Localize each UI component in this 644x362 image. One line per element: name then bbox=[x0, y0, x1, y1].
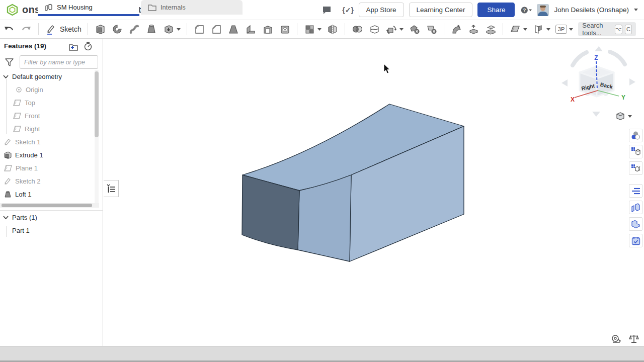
release-calendar-icon bbox=[631, 236, 640, 245]
rotate-right-arrow-icon bbox=[629, 78, 635, 85]
rib-icon[interactable] bbox=[245, 23, 257, 35]
plane-tools-icon[interactable] bbox=[509, 23, 521, 35]
extrude-icon bbox=[4, 151, 12, 159]
three-point-dropdown-icon[interactable] bbox=[569, 28, 573, 31]
loft-icon[interactable] bbox=[145, 23, 157, 35]
feature-item-origin[interactable]: Origin bbox=[0, 83, 94, 96]
shell-icon[interactable] bbox=[262, 23, 274, 35]
rotate-up-arrow-icon bbox=[595, 46, 603, 51]
part-properties-panel-button[interactable] bbox=[629, 217, 642, 231]
tab-label: Internals bbox=[160, 4, 186, 11]
plane-icon bbox=[13, 126, 21, 132]
onshape-logo-icon[interactable] bbox=[6, 4, 19, 16]
thicken-icon[interactable] bbox=[163, 23, 175, 35]
user-name[interactable]: John Desilets (Onshape) bbox=[554, 6, 629, 14]
move-face-icon[interactable] bbox=[467, 23, 479, 35]
chamfer-icon[interactable] bbox=[210, 23, 222, 35]
parts-section-header[interactable]: Parts (1) bbox=[0, 211, 94, 224]
configurations-panel-button[interactable] bbox=[629, 145, 642, 158]
tab-sm-housing[interactable]: SM Housing bbox=[38, 0, 139, 15]
delete-face-icon[interactable] bbox=[426, 23, 438, 35]
feature-item-default-geometry[interactable]: Default geometry bbox=[0, 70, 94, 83]
transform-icon[interactable] bbox=[385, 23, 397, 35]
tab-internals[interactable]: Internals bbox=[141, 0, 243, 15]
sweep-icon[interactable] bbox=[128, 23, 140, 35]
app-store-button[interactable]: App Store bbox=[359, 3, 404, 17]
rotate-down-arrow-icon bbox=[592, 112, 600, 117]
sketch-icon bbox=[4, 177, 12, 185]
learning-center-button[interactable]: Learning Center bbox=[409, 3, 473, 17]
custom-tables-panel-button[interactable] bbox=[629, 184, 642, 198]
share-button[interactable]: Share bbox=[477, 3, 515, 17]
rotate-left-arrow-icon bbox=[561, 79, 568, 86]
measure-tool-button[interactable] bbox=[611, 334, 621, 343]
plane-icon bbox=[13, 100, 21, 106]
replace-face-icon[interactable] bbox=[485, 23, 497, 35]
feature-item-plane-1[interactable]: Plane 1 bbox=[0, 161, 94, 174]
features-vertical-scrollbar[interactable] bbox=[95, 71, 99, 137]
user-avatar[interactable] bbox=[537, 4, 549, 16]
parts-list-icon bbox=[631, 203, 640, 212]
three-point-tool[interactable]: 3P bbox=[555, 25, 567, 34]
undo-icon[interactable] bbox=[3, 23, 15, 35]
user-menu-caret-icon[interactable] bbox=[634, 9, 638, 11]
plane-dropdown-icon[interactable] bbox=[523, 28, 527, 31]
search-tools[interactable]: Search tools... ⌥ C bbox=[578, 22, 636, 36]
modify-fillet-icon[interactable] bbox=[450, 23, 462, 35]
redo-icon[interactable] bbox=[20, 23, 32, 35]
filter-icon[interactable] bbox=[4, 57, 14, 67]
feature-list-handle[interactable] bbox=[104, 180, 119, 197]
view-options-caret-icon bbox=[628, 115, 632, 118]
pattern-dropdown-icon[interactable] bbox=[317, 28, 321, 31]
sketch-label[interactable]: Sketch bbox=[60, 25, 82, 33]
filter-input[interactable] bbox=[20, 55, 98, 69]
roll-cw-arrow-icon bbox=[610, 52, 625, 64]
l-part-icon bbox=[631, 220, 640, 229]
comment-icon[interactable] bbox=[321, 5, 333, 16]
parts-list-panel-button[interactable] bbox=[629, 201, 642, 214]
features-horizontal-scrollbar[interactable] bbox=[2, 204, 92, 207]
boolean-icon[interactable] bbox=[351, 23, 363, 35]
features-panel-title: Features (19) bbox=[4, 42, 46, 50]
custom-tables-icon bbox=[631, 187, 640, 195]
feature-item-sketch-1[interactable]: Sketch 1 bbox=[0, 135, 94, 148]
draft-icon[interactable] bbox=[227, 23, 239, 35]
help-icon[interactable]: ? bbox=[521, 5, 532, 16]
tab-label: SM Housing bbox=[57, 4, 93, 11]
configured-features-panel-button[interactable] bbox=[629, 161, 642, 175]
delete-part-icon[interactable] bbox=[409, 23, 421, 35]
appearance-icon bbox=[631, 131, 640, 140]
view-options-button[interactable] bbox=[616, 112, 632, 121]
appearance-panel-button[interactable] bbox=[629, 129, 642, 142]
chevron-down-icon bbox=[3, 216, 9, 219]
feature-item-right-plane[interactable]: Right bbox=[0, 122, 94, 135]
revolve-icon[interactable] bbox=[111, 23, 123, 35]
search-tools-label: Search tools... bbox=[582, 22, 612, 37]
extrude-icon[interactable] bbox=[94, 23, 106, 35]
part-item-part-1[interactable]: Part 1 bbox=[0, 224, 94, 237]
transform-dropdown-icon[interactable] bbox=[399, 28, 404, 31]
feature-item-top-plane[interactable]: Top bbox=[0, 96, 94, 109]
part-studio-icon bbox=[45, 4, 53, 12]
feature-item-front-plane[interactable]: Front bbox=[0, 109, 94, 122]
surface-tools-icon[interactable] bbox=[532, 23, 544, 35]
origin-icon bbox=[16, 86, 22, 93]
fillet-icon[interactable] bbox=[193, 23, 205, 35]
feature-item-sketch-2[interactable]: Sketch 2 bbox=[0, 174, 94, 188]
release-management-panel-button[interactable] bbox=[629, 234, 642, 247]
roll-ccw-arrow-icon bbox=[573, 52, 587, 65]
configured-features-icon bbox=[631, 163, 640, 173]
thicken-dropdown-icon[interactable] bbox=[177, 28, 181, 31]
mass-properties-button[interactable] bbox=[629, 334, 639, 344]
rollback-history-icon[interactable] bbox=[83, 41, 93, 51]
mirror-icon[interactable] bbox=[327, 23, 339, 35]
hole-icon[interactable] bbox=[279, 23, 291, 35]
sketch-icon[interactable] bbox=[45, 23, 57, 35]
feature-item-loft-1[interactable]: Loft 1 bbox=[0, 188, 94, 201]
create-folder-icon[interactable] bbox=[68, 42, 78, 52]
feature-item-extrude-1[interactable]: Extrude 1 bbox=[0, 148, 94, 161]
featurescript-notices-icon[interactable]: {✓} bbox=[343, 5, 354, 16]
split-icon[interactable] bbox=[368, 23, 380, 35]
surface-dropdown-icon[interactable] bbox=[546, 28, 550, 31]
linear-pattern-icon[interactable] bbox=[303, 23, 315, 35]
